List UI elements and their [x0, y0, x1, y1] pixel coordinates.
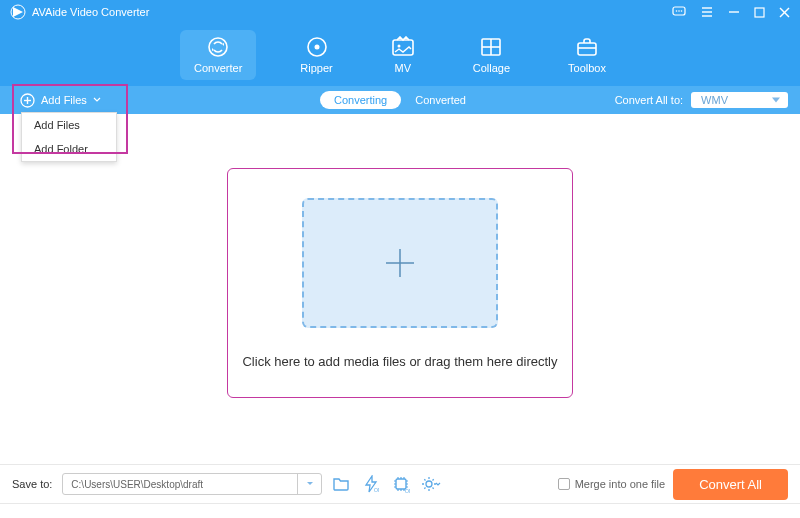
tab-converting[interactable]: Converting — [320, 91, 401, 109]
tabs: Converting Converted — [320, 91, 480, 109]
merge-checkbox[interactable]: Merge into one file — [558, 478, 666, 490]
save-to-label: Save to: — [12, 478, 52, 490]
nav-toolbox[interactable]: Toolbox — [554, 30, 620, 80]
speed-icon[interactable]: ON — [360, 473, 382, 495]
svg-rect-9 — [755, 8, 764, 17]
settings-icon[interactable] — [420, 473, 442, 495]
nav-collage[interactable]: Collage — [459, 30, 524, 80]
menu-icon[interactable] — [700, 6, 714, 18]
nav-converter[interactable]: Converter — [180, 30, 256, 80]
add-files-button[interactable]: Add Files — [12, 89, 109, 112]
bottom-bar: Save to: C:\Users\USER\Desktop\draft ON … — [0, 464, 800, 504]
convert-all-to: Convert All to: WMV — [615, 92, 788, 108]
svg-point-2 — [676, 10, 678, 12]
svg-rect-20 — [578, 43, 596, 55]
nav-converter-label: Converter — [194, 62, 242, 74]
nav-toolbox-label: Toolbox — [568, 62, 606, 74]
open-folder-icon[interactable] — [330, 473, 352, 495]
toolbox-icon — [575, 36, 599, 58]
convert-all-label: Convert All to: — [615, 94, 683, 106]
gpu-icon[interactable]: ON — [390, 473, 412, 495]
save-path-text: C:\Users\USER\Desktop\draft — [63, 479, 297, 490]
ripper-icon — [305, 36, 329, 58]
app-title: AVAide Video Converter — [32, 6, 149, 18]
sub-bar: Add Files Converting Converted Convert A… — [0, 86, 800, 114]
minimize-icon[interactable] — [728, 6, 740, 18]
nav-mv-label: MV — [394, 62, 411, 74]
path-dropdown-icon[interactable] — [297, 474, 321, 494]
plus-icon — [380, 243, 420, 283]
add-files-label: Add Files — [41, 94, 87, 106]
main-area: Click here to add media files or drag th… — [0, 114, 800, 448]
sub-left: Add Files — [12, 89, 109, 112]
drop-instruction: Click here to add media files or drag th… — [242, 354, 557, 369]
convert-all-button[interactable]: Convert All — [673, 469, 788, 500]
mv-icon — [391, 36, 415, 58]
close-icon[interactable] — [779, 7, 790, 18]
converter-icon — [206, 36, 230, 58]
merge-label: Merge into one file — [575, 478, 666, 490]
tab-converted[interactable]: Converted — [401, 91, 480, 109]
maximize-icon[interactable] — [754, 7, 765, 18]
chevron-down-icon — [93, 97, 101, 103]
svg-point-16 — [397, 45, 400, 48]
drop-zone[interactable]: Click here to add media files or drag th… — [227, 168, 573, 398]
title-bar: AVAide Video Converter — [0, 0, 800, 24]
svg-point-3 — [678, 10, 680, 12]
svg-point-12 — [209, 38, 227, 56]
format-select[interactable]: WMV — [691, 92, 788, 108]
svg-point-42 — [426, 481, 432, 487]
plus-circle-icon — [20, 93, 35, 108]
checkbox-icon — [558, 478, 570, 490]
nav-mv[interactable]: MV — [377, 30, 429, 80]
collage-icon — [480, 36, 502, 58]
nav-bar: Converter Ripper MV Collage Toolbox — [0, 24, 800, 86]
svg-text:ON: ON — [405, 488, 410, 493]
svg-point-14 — [314, 45, 319, 50]
feedback-icon[interactable] — [672, 6, 686, 18]
dropdown-add-files[interactable]: Add Files — [22, 113, 116, 137]
nav-ripper-label: Ripper — [300, 62, 332, 74]
nav-collage-label: Collage — [473, 62, 510, 74]
app-logo-icon — [10, 4, 26, 20]
drop-zone-inner — [302, 198, 498, 328]
title-left: AVAide Video Converter — [10, 4, 149, 20]
save-path-box[interactable]: C:\Users\USER\Desktop\draft — [62, 473, 322, 495]
nav-ripper[interactable]: Ripper — [286, 30, 346, 80]
svg-text:ON: ON — [374, 487, 379, 493]
svg-point-4 — [681, 10, 683, 12]
dropdown-add-folder[interactable]: Add Folder — [22, 137, 116, 161]
window-controls — [672, 6, 790, 18]
add-files-dropdown: Add Files Add Folder — [21, 112, 117, 162]
